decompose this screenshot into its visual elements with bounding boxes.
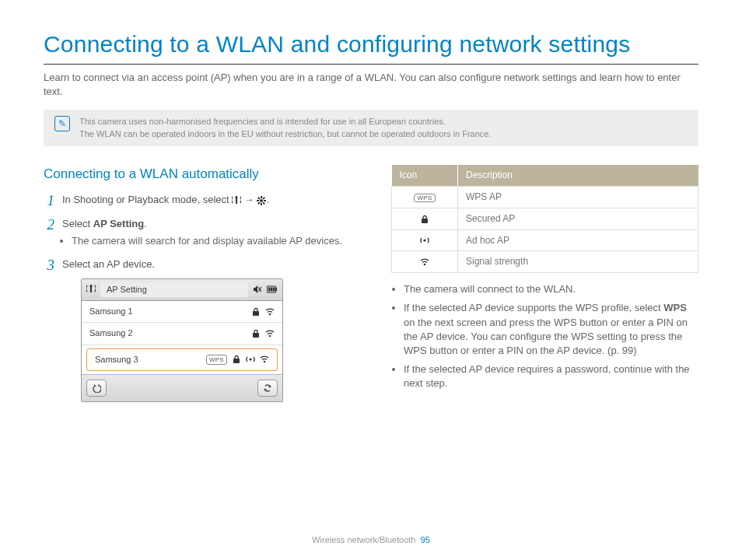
icon-cell [392, 208, 458, 229]
note-line: The WLAN can be operated indoors in the … [79, 128, 492, 140]
ap-name: Samsung 2 [89, 327, 247, 339]
panel-footer [82, 374, 282, 401]
antenna-icon [86, 285, 96, 294]
panel-title: AP Setting [100, 282, 248, 297]
step-text: Select an AP device. [62, 258, 155, 270]
back-icon [92, 383, 101, 393]
steps-list: 1 In Shooting or Playback mode, select →… [44, 193, 351, 402]
icon-description-table: Icon Description WPSWPS APSecured APAd h… [391, 165, 698, 273]
step-2: 2 Select AP Setting. The camera will sea… [44, 217, 351, 248]
wps-badge: WPS [414, 194, 435, 202]
lock-icon [420, 215, 429, 224]
bullet-item: If the selected AP device requires a pas… [404, 362, 698, 390]
note-text: This camera uses non-harmonised frequenc… [79, 116, 492, 140]
panel-header: AP Setting [82, 279, 282, 301]
right-column: Icon Description WPSWPS APSecured APAd h… [391, 165, 698, 411]
wifi-icon [420, 257, 429, 267]
lead-paragraph: Learn to connect via an access point (AP… [44, 71, 698, 99]
step-text: Select [62, 218, 93, 229]
manual-page: Connecting to a WLAN and configuring net… [0, 0, 742, 560]
icon-cell [392, 251, 458, 273]
ap-setting-label: AP Setting [93, 218, 145, 229]
bullet-item: If the selected AP device supports the W… [404, 301, 698, 358]
wifi-icon [265, 307, 275, 317]
table-row: Ad hoc AP [392, 229, 698, 251]
table-row: WPSWPS AP [392, 186, 698, 208]
col-desc-header: Description [458, 165, 698, 186]
wps-bold: WPS [663, 302, 687, 313]
arrow-text: → [244, 194, 257, 205]
antenna-icon [232, 196, 241, 205]
table-row: Signal strength [392, 251, 698, 273]
ap-name: Samsung 1 [89, 306, 247, 317]
back-button[interactable] [86, 380, 107, 397]
info-note: ✎ This camera uses non-harmonised freque… [44, 110, 698, 146]
wps-badge: WPS [206, 355, 227, 365]
step-text: In Shooting or Playback mode, select [62, 194, 232, 205]
step-number: 2 [44, 217, 54, 232]
step-3: 3 Select an AP device. AP Setting Samsu [44, 257, 351, 402]
col-icon-header: Icon [392, 165, 458, 186]
desc-cell: Signal strength [458, 251, 698, 273]
step-number: 3 [44, 257, 54, 272]
note-icon: ✎ [54, 116, 70, 131]
lock-icon [232, 355, 241, 364]
mute-icon [253, 285, 262, 294]
left-column: Connecting to a WLAN automatically 1 In … [44, 165, 351, 411]
ap-name: Samsung 3 [95, 354, 201, 366]
page-title: Connecting to a WLAN and configuring net… [44, 28, 698, 61]
adhoc-icon [420, 236, 429, 245]
page-footer: Wireless network/Bluetooth 95 [0, 534, 742, 546]
step-subtext: The camera will search for and display a… [72, 234, 351, 248]
lock-icon [251, 329, 261, 338]
note-line: This camera uses non-harmonised frequenc… [79, 116, 492, 128]
notes-list: The camera will connect to the WLAN. If … [391, 282, 698, 390]
battery-icon [267, 285, 278, 294]
table-row: Secured AP [392, 208, 698, 229]
lock-icon [251, 307, 261, 317]
page-number: 95 [421, 535, 430, 544]
ap-row[interactable]: Samsung 2 [82, 323, 282, 345]
footer-section: Wireless network/Bluetooth [312, 535, 415, 544]
desc-cell: Ad hoc AP [458, 229, 698, 251]
wifi-icon [260, 355, 269, 364]
gear-icon [257, 196, 266, 205]
step-1: 1 In Shooting or Playback mode, select →… [44, 193, 351, 208]
adhoc-icon [246, 355, 255, 364]
desc-cell: Secured AP [458, 208, 698, 229]
ap-row[interactable]: Samsung 3WPS [86, 348, 278, 371]
ap-list: Samsung 1Samsung 2Samsung 3WPS [82, 301, 282, 371]
step-number: 1 [44, 193, 54, 208]
section-heading: Connecting to a WLAN automatically [44, 165, 351, 184]
icon-cell [392, 229, 458, 251]
title-rule [44, 64, 698, 65]
ap-setting-panel: AP Setting Samsung 1Samsung 2Samsung 3WP… [81, 278, 283, 403]
bullet-item: The camera will connect to the WLAN. [404, 282, 698, 296]
icon-cell: WPS [392, 186, 458, 208]
wifi-icon [265, 329, 275, 338]
refresh-button[interactable] [257, 380, 278, 397]
refresh-icon [263, 383, 272, 393]
ap-row[interactable]: Samsung 1 [82, 301, 282, 323]
desc-cell: WPS AP [458, 186, 698, 208]
